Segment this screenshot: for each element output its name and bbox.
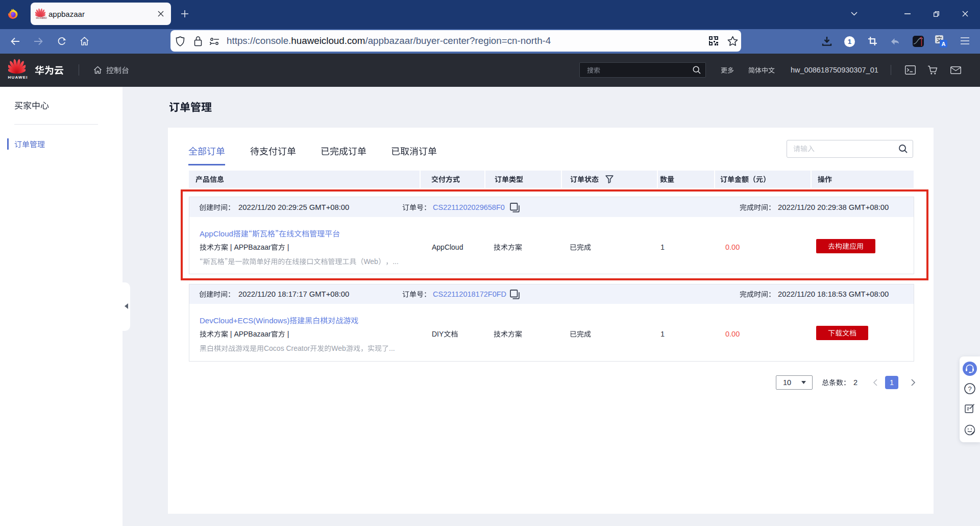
svg-text:A: A: [942, 41, 946, 47]
svg-text:Cocos Creator: Cocos Creator: [264, 344, 310, 352]
svg-text:|: |: [285, 330, 289, 338]
svg-text:?: ?: [968, 385, 971, 393]
svg-text:DIY: DIY: [432, 330, 444, 338]
svg-text:DevCloud+ECS(Windows): DevCloud+ECS(Windows): [200, 316, 289, 325]
svg-text:Web: Web: [331, 344, 346, 352]
svg-text:1: 1: [848, 38, 852, 45]
svg-text:...: ...: [389, 344, 395, 352]
svg-text:| APPBazaar: | APPBazaar: [228, 330, 271, 338]
